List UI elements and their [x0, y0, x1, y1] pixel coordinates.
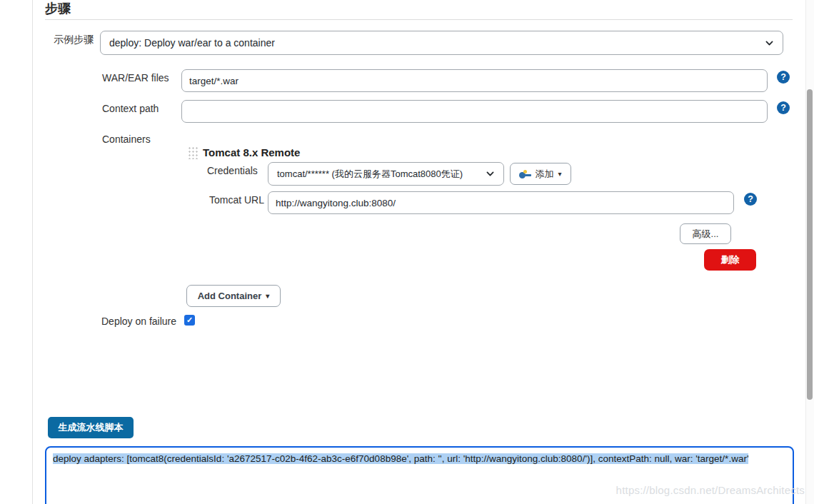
sidebar-divider [32, 0, 33, 504]
help-icon[interactable]: ? [744, 193, 757, 206]
pipeline-script-output[interactable]: deploy adapters: [tomcat8(credentialsId:… [45, 446, 794, 504]
sample-step-label: 示例步骤 [54, 34, 94, 46]
page-title: 步骤 [45, 0, 71, 17]
war-ear-files-input[interactable] [181, 69, 768, 92]
deploy-on-failure-checkbox[interactable]: ✓ [184, 315, 195, 326]
add-credentials-button[interactable]: 添加 ▾ [510, 163, 571, 185]
context-path-label: Context path [102, 103, 159, 114]
caret-down-icon: ▾ [266, 292, 269, 300]
advanced-button[interactable]: 高级... [680, 223, 731, 244]
tomcat-url-label: Tomcat URL [209, 194, 264, 206]
credentials-selected-value: tomcat/****** (我的云服务器Tomcat8080凭证) [277, 168, 463, 181]
heading-rule [45, 19, 793, 20]
checkmark-icon: ✓ [186, 316, 193, 325]
script-selected-text: deploy adapters: [tomcat8(credentialsId:… [53, 453, 748, 464]
add-container-label: Add Container [198, 291, 262, 301]
sample-step-select[interactable]: deploy: Deploy war/ear to a container [100, 31, 783, 55]
credentials-label: Credentials [207, 165, 258, 176]
context-path-input[interactable] [181, 100, 768, 123]
sample-step-selected-value: deploy: Deploy war/ear to a container [109, 37, 275, 49]
drag-handle-icon[interactable] [187, 146, 198, 159]
add-container-button[interactable]: Add Container ▾ [186, 285, 281, 307]
chevron-down-icon [765, 39, 774, 48]
add-credentials-label: 添加 [535, 168, 553, 181]
key-icon [519, 170, 531, 178]
pipeline-syntax-page: 步骤 示例步骤 deploy: Deploy war/ear to a cont… [0, 0, 814, 504]
deploy-on-failure-label: Deploy on failure [101, 316, 176, 327]
containers-label: Containers [102, 133, 151, 145]
caret-down-icon: ▾ [558, 170, 561, 178]
container-title: Tomcat 8.x Remote [203, 146, 300, 158]
help-icon[interactable]: ? [777, 101, 790, 114]
chevron-down-icon [486, 169, 495, 178]
credentials-select[interactable]: tomcat/****** (我的云服务器Tomcat8080凭证) [268, 162, 504, 186]
delete-container-button[interactable]: 删除 [704, 249, 756, 271]
help-icon[interactable]: ? [777, 71, 790, 84]
generate-pipeline-script-button[interactable]: 生成流水线脚本 [48, 417, 134, 438]
scrollbar-thumb[interactable] [807, 89, 813, 400]
war-ear-files-label: WAR/EAR files [102, 72, 169, 84]
tomcat-url-input[interactable] [268, 191, 734, 214]
